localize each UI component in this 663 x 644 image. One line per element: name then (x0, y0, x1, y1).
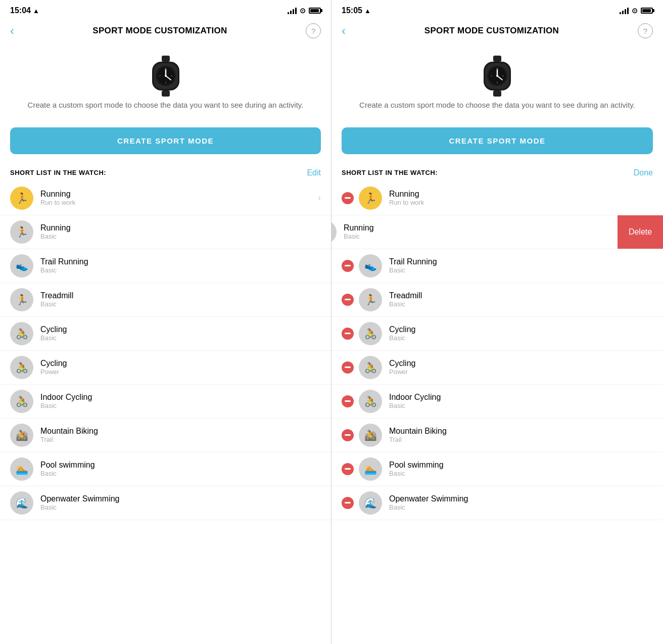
nav-bar: ‹ SPORT MODE CUSTOMIZATION ? (332, 19, 663, 44)
svg-rect-1 (162, 90, 170, 97)
wifi-icon: ⊙ (300, 7, 306, 15)
item-name: Pool swimming (40, 461, 321, 470)
status-time: 15:04 ▲ (10, 6, 39, 15)
list-item[interactable]: 🚴 Indoor Cycling Basic (0, 385, 331, 419)
item-sub: Basic (389, 334, 415, 342)
item-icon: 🏃 (10, 187, 33, 210)
svg-rect-13 (493, 56, 501, 62)
item-sub: Basic (389, 470, 444, 477)
list-item[interactable]: 🏊 Pool swimming Basic (332, 452, 663, 486)
item-icon: 🚵 (359, 424, 382, 447)
item-sub: Basic (389, 402, 441, 409)
section-title: SHORT LIST IN THE WATCH: (10, 169, 106, 176)
help-button[interactable]: ? (638, 23, 653, 38)
status-indicators: ⊙ (288, 7, 321, 15)
item-icon: 🌊 (10, 491, 33, 515)
item-name: Mountain Biking (389, 427, 447, 436)
item-icon: 🌊 (359, 491, 382, 515)
status-bar: 15:04 ▲ ⊙ (0, 0, 331, 19)
minus-button[interactable] (342, 328, 354, 340)
minus-button[interactable] (342, 260, 354, 272)
minus-button[interactable] (342, 294, 354, 306)
minus-button[interactable] (342, 463, 354, 475)
item-name: Running (40, 223, 321, 233)
list-item[interactable]: 🚴 Cycling Power (0, 351, 331, 385)
item-icon: 👟 (359, 254, 382, 278)
list-item[interactable]: 🚴 Cycling Basic (0, 317, 331, 351)
item-name: Indoor Cycling (40, 393, 321, 402)
phone-screen-0: 15:04 ▲ ⊙ ‹ SPORT MODE CUSTOMIZATION ? (0, 0, 332, 644)
wifi-icon: ⊙ (632, 7, 638, 15)
item-sub: Basic (389, 503, 468, 511)
item-name: Treadmill (40, 291, 321, 300)
signal-icon (620, 7, 629, 14)
back-button[interactable]: ‹ (10, 24, 14, 38)
list-item[interactable]: 👟 Trail Running Basic (332, 249, 663, 283)
phone-screen-1: 15:05 ▲ ⊙ ‹ SPORT MODE CUSTOMIZATION ? (332, 0, 663, 644)
location-icon: ▲ (33, 7, 39, 15)
back-button[interactable]: ‹ (342, 24, 346, 38)
help-button[interactable]: ? (306, 23, 321, 38)
item-name: Running (40, 190, 318, 199)
list-item[interactable]: 🌊 Openwater Swimming Basic (332, 486, 663, 520)
item-name: Treadmill (389, 291, 422, 300)
signal-icon (288, 7, 297, 14)
watch-illustration (480, 55, 515, 100)
item-name: Openwater Swimming (40, 494, 321, 503)
item-icon: 🚵 (10, 424, 33, 447)
item-icon: 🏃 (10, 220, 33, 244)
watch-area: Create a custom sport mode to choose the… (332, 44, 663, 119)
minus-button[interactable] (342, 192, 354, 204)
item-name: Running (344, 223, 607, 233)
item-sub: Basic (40, 402, 321, 409)
time-display: 15:04 (10, 6, 31, 15)
list-item[interactable]: 🚴 Indoor Cycling Basic (332, 385, 663, 419)
item-name: Cycling (40, 359, 321, 368)
item-icon: 🚴 (10, 390, 33, 413)
create-sport-mode-button[interactable]: CREATE SPORT MODE (10, 127, 321, 154)
section-header: SHORT LIST IN THE WATCH: Edit (0, 162, 331, 181)
item-name: Indoor Cycling (389, 393, 441, 402)
battery-icon (641, 8, 653, 14)
item-icon: 🏊 (359, 457, 382, 481)
item-icon: 🏊 (10, 457, 33, 481)
minus-button[interactable] (342, 429, 354, 441)
nav-title: SPORT MODE CUSTOMIZATION (92, 26, 227, 36)
list-item[interactable]: 🏃 Running Run to work › (0, 181, 331, 215)
item-sub: Basic (344, 233, 607, 240)
list-item[interactable]: 🚴 Cycling Power (332, 351, 663, 385)
list-item[interactable]: 🏃 Treadmill Basic (0, 283, 331, 317)
section-header: SHORT LIST IN THE WATCH: Done (332, 162, 663, 181)
list-item[interactable]: 🏃 Running Run to work (332, 181, 663, 215)
section-action-button[interactable]: Edit (307, 168, 321, 177)
section-action-button[interactable]: Done (634, 168, 653, 177)
minus-button[interactable] (342, 395, 354, 407)
minus-button[interactable] (342, 361, 354, 374)
delete-button[interactable]: Delete (618, 215, 663, 249)
item-sub: Basic (40, 233, 321, 240)
list-item[interactable]: 🚵 Mountain Biking Trail (332, 419, 663, 452)
list-item[interactable]: 🏃 Treadmill Basic (332, 283, 663, 317)
nav-bar: ‹ SPORT MODE CUSTOMIZATION ? (0, 19, 331, 44)
status-time: 15:05 ▲ (342, 6, 371, 15)
svg-rect-14 (493, 90, 501, 97)
list-item[interactable]: 🏊 Pool swimming Basic (0, 452, 331, 486)
list-item[interactable]: 👟 Trail Running Basic (0, 249, 331, 283)
minus-button[interactable] (342, 497, 354, 509)
list-item[interactable]: 🌊 Openwater Swimming Basic (0, 486, 331, 520)
section-title: SHORT LIST IN THE WATCH: (342, 169, 438, 176)
time-display: 15:05 (342, 6, 362, 15)
list-item[interactable]: 🚴 Cycling Basic (332, 317, 663, 351)
item-icon: 🚴 (359, 322, 382, 345)
item-sub: Basic (389, 266, 437, 274)
item-icon: 🚴 (359, 356, 382, 379)
list-item[interactable]: 🚵 Mountain Biking Trail (0, 419, 331, 452)
create-sport-mode-button[interactable]: CREATE SPORT MODE (342, 127, 653, 154)
item-icon: 🏃 (10, 288, 33, 311)
list-item[interactable]: 🏃 Running Basic Delete (332, 215, 663, 249)
item-icon: 👟 (10, 254, 33, 278)
item-name: Pool swimming (389, 461, 444, 470)
list-item[interactable]: 🏃 Running Basic (0, 215, 331, 249)
item-name: Mountain Biking (40, 427, 321, 436)
item-sub: Basic (389, 300, 422, 308)
